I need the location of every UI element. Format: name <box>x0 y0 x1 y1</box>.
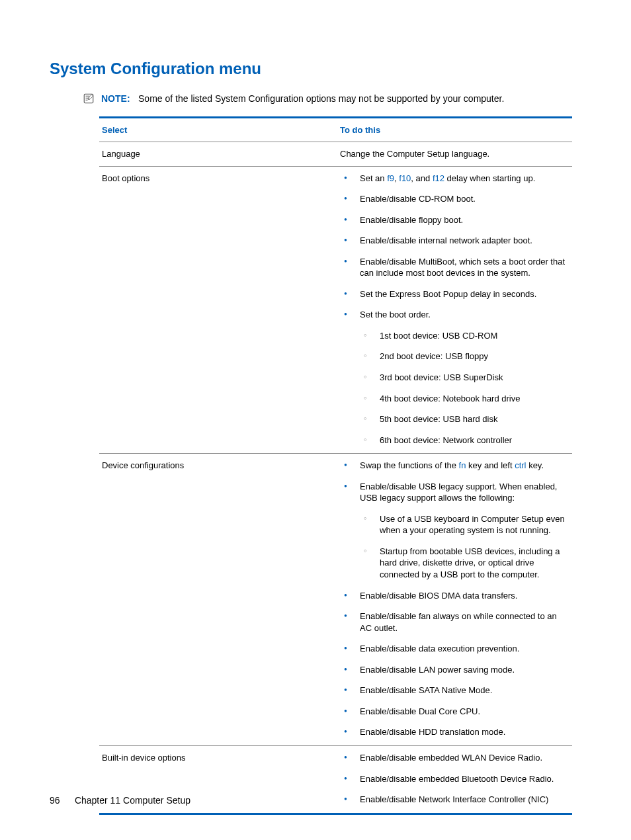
list-item: Set the Express Boot Popup delay in seco… <box>340 288 569 300</box>
list-item: 6th boot device: Network controller <box>360 435 569 446</box>
list-item: Startup from bootable USB devices, inclu… <box>360 546 569 581</box>
document-page: System Configuration menu NOTE: Some of … <box>0 0 631 840</box>
list-item: Enable/disable HDD translation mode. <box>340 726 569 738</box>
note-text: Some of the listed System Configuration … <box>138 93 504 104</box>
list-item: Enable/disable LAN power saving mode. <box>340 664 569 676</box>
cell-select: Device configurations <box>99 454 337 746</box>
list-item: 3rd boot device: USB SuperDisk <box>360 372 569 384</box>
list-item: Enable/disable data execution prevention… <box>340 643 569 655</box>
text: Enable/disable USB legacy support. When … <box>360 482 557 503</box>
text: delay when starting up. <box>444 173 535 183</box>
note-block: NOTE: Some of the listed System Configur… <box>83 93 581 105</box>
list-item: Swap the functions of the fn key and lef… <box>340 460 569 472</box>
list-item: Use of a USB keyboard in Computer Setup … <box>360 513 569 536</box>
text: Set the boot order. <box>360 310 431 319</box>
key-ctrl: ctrl <box>515 460 526 470</box>
list-item: Set the boot order. 1st boot device: USB… <box>340 309 569 446</box>
bullet-list: Set an f9, f10, and f12 delay when start… <box>340 173 569 446</box>
cell-todo: Swap the functions of the fn key and lef… <box>337 454 572 746</box>
page-title: System Configuration menu <box>50 60 581 78</box>
table-row: Device configurations Swap the functions… <box>99 454 572 746</box>
note-content: NOTE: Some of the listed System Configur… <box>101 93 504 105</box>
key-f12: f12 <box>433 173 444 183</box>
cell-todo: Enable/disable embedded WLAN Device Radi… <box>337 745 572 814</box>
text: Set an <box>360 173 387 183</box>
list-item: Enable/disable USB legacy support. When … <box>340 481 569 581</box>
bullet-list: Enable/disable embedded WLAN Device Radi… <box>340 752 569 806</box>
page-footer: 96 Chapter 11 Computer Setup <box>50 795 190 806</box>
svg-rect-0 <box>84 94 93 103</box>
key-fn: fn <box>459 460 466 470</box>
text: Swap the functions of the <box>360 460 459 470</box>
list-item: Enable/disable embedded WLAN Device Radi… <box>340 752 569 764</box>
cell-select: Boot options <box>99 166 337 454</box>
col-header-todo: To do this <box>337 118 572 142</box>
list-item: Enable/disable BIOS DMA data transfers. <box>340 590 569 602</box>
note-icon <box>83 93 95 105</box>
cell-todo: Change the Computer Setup language. <box>337 142 572 167</box>
list-item: Enable/disable fan always on while conne… <box>340 610 569 634</box>
list-item: Enable/disable Network Interface Control… <box>340 794 569 806</box>
note-label: NOTE: <box>101 93 130 104</box>
list-item: Enable/disable embedded Bluetooth Device… <box>340 773 569 785</box>
sub-list: 1st boot device: USB CD-ROM 2nd boot dev… <box>360 330 569 446</box>
table-header-row: Select To do this <box>99 118 572 142</box>
table-row: Boot options Set an f9, f10, and f12 del… <box>99 166 572 454</box>
key-f10: f10 <box>399 173 411 183</box>
list-item: Enable/disable floppy boot. <box>340 214 569 226</box>
list-item: Enable/disable MultiBoot, which sets a b… <box>340 256 569 279</box>
list-item: Set an f9, f10, and f12 delay when start… <box>340 173 569 185</box>
list-item: Enable/disable CD-ROM boot. <box>340 193 569 205</box>
list-item: Enable/disable internal network adapter … <box>340 235 569 247</box>
config-table: Select To do this Language Change the Co… <box>99 116 572 815</box>
list-item: 4th boot device: Notebook hard drive <box>360 393 569 405</box>
list-item: 5th boot device: USB hard disk <box>360 413 569 425</box>
key-f9: f9 <box>387 173 394 183</box>
list-item: Enable/disable SATA Native Mode. <box>340 685 569 696</box>
page-number: 96 <box>50 795 72 806</box>
bullet-list: Swap the functions of the fn key and lef… <box>340 460 569 738</box>
text: key and left <box>466 460 515 470</box>
cell-todo: Set an f9, f10, and f12 delay when start… <box>337 166 572 454</box>
col-header-select: Select <box>99 118 337 142</box>
table-row: Language Change the Computer Setup langu… <box>99 142 572 167</box>
sub-list: Use of a USB keyboard in Computer Setup … <box>360 513 569 581</box>
cell-select: Language <box>99 142 337 167</box>
text: key. <box>526 460 544 470</box>
list-item: 1st boot device: USB CD-ROM <box>360 330 569 342</box>
list-item: Enable/disable Dual Core CPU. <box>340 706 569 718</box>
chapter-label: Chapter 11 Computer Setup <box>75 795 190 806</box>
list-item: 2nd boot device: USB floppy <box>360 351 569 362</box>
text: , and <box>411 173 433 183</box>
